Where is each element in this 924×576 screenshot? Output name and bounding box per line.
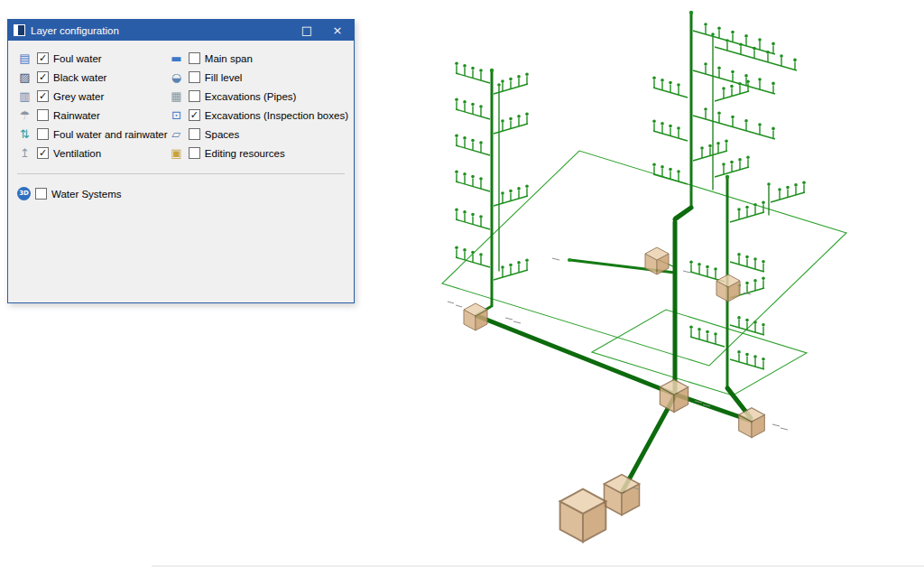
- layer-configuration-window: Layer configuration □ × ▤ Foul water ▨ B…: [7, 19, 355, 303]
- layer-row-fill-level: ◒ Fill level: [169, 68, 348, 87]
- inspection-box: [660, 379, 688, 412]
- editing-resources-icon: ▣: [169, 147, 184, 159]
- inspection-box: [605, 475, 640, 516]
- inspection-box: [716, 274, 740, 302]
- excavations-pipes-label: Excavations (Pipes): [205, 91, 297, 102]
- water-systems-section: 3D Water Systems: [17, 184, 345, 203]
- foul-water-and-rainwater-icon: ⇅: [17, 128, 32, 140]
- excavations-inspection-boxes-icon: ⊡: [169, 109, 184, 121]
- layer-row-editing-resources: ▣ Editing resources: [169, 144, 348, 163]
- left-riser-pipes: [455, 62, 529, 316]
- spaces-label: Spaces: [205, 129, 239, 140]
- grey-water-label: Grey water: [53, 91, 104, 102]
- grey-water-icon: ▥: [17, 90, 32, 102]
- layer-column-right: ▬ Main span ◒ Fill level ▦ Excavations (…: [169, 49, 348, 163]
- layer-row-excavations-inspection-boxes: ⊡ Excavations (Inspection boxes): [169, 106, 348, 125]
- black-water-label: Black water: [53, 72, 106, 83]
- layer-row-black-water: ▨ Black water: [17, 68, 169, 87]
- section-separator: [17, 173, 345, 174]
- maximize-button[interactable]: □: [294, 20, 319, 41]
- main-span-label: Main span: [205, 53, 253, 64]
- layer-column-left: ▤ Foul water ▨ Black water ▥ Grey water …: [17, 49, 169, 163]
- app-icon: [14, 24, 25, 36]
- foul-water-and-rainwater-checkbox[interactable]: [37, 128, 49, 140]
- excavations-pipes-icon: ▦: [169, 90, 184, 102]
- spaces-checkbox[interactable]: [189, 128, 200, 140]
- foul-water-and-rainwater-label: Foul water and rainwater: [53, 129, 168, 140]
- grey-water-checkbox[interactable]: [37, 90, 49, 102]
- editing-resources-checkbox[interactable]: [189, 147, 200, 159]
- layer-row-spaces: ▱ Spaces: [169, 125, 348, 144]
- excavations-pipes-checkbox[interactable]: [189, 90, 200, 102]
- right-riser-pipes: [689, 175, 806, 417]
- foul-water-label: Foul water: [53, 53, 102, 64]
- rainwater-icon: ☂: [17, 109, 32, 121]
- water-systems-icon: 3D: [17, 187, 31, 200]
- ventilation-checkbox[interactable]: [37, 147, 49, 159]
- layer-row-main-span: ▬ Main span: [169, 49, 348, 68]
- black-water-checkbox[interactable]: [37, 71, 49, 83]
- editing-resources-label: Editing resources: [205, 148, 285, 159]
- excavations-inspection-boxes-checkbox[interactable]: [189, 109, 200, 121]
- ventilation-icon: ↥: [17, 147, 32, 159]
- water-systems-label: Water Systems: [51, 189, 122, 200]
- main-span-checkbox[interactable]: [189, 52, 200, 64]
- layer-row-rainwater: ☂ Rainwater: [17, 106, 169, 125]
- layer-row-grey-water: ▥ Grey water: [17, 87, 169, 106]
- layer-checkbox-columns: ▤ Foul water ▨ Black water ▥ Grey water …: [17, 49, 348, 163]
- foul-water-icon: ▤: [17, 52, 32, 64]
- rainwater-checkbox[interactable]: [37, 109, 49, 121]
- excavations-inspection-boxes-label: Excavations (Inspection boxes): [205, 110, 348, 121]
- layer-row-foul-water: ▤ Foul water: [17, 49, 169, 68]
- inspection-box: [464, 303, 487, 330]
- inspection-box: [739, 408, 765, 438]
- black-water-icon: ▨: [17, 71, 32, 83]
- inspection-box: [645, 247, 669, 274]
- spaces-icon: ▱: [169, 128, 184, 140]
- rainwater-label: Rainwater: [53, 110, 100, 121]
- layer-row-ventilation: ↥ Ventilation: [17, 144, 169, 163]
- close-button[interactable]: ×: [325, 20, 350, 41]
- ventilation-label: Ventilation: [53, 148, 101, 159]
- foul-water-checkbox[interactable]: [37, 52, 49, 64]
- layer-row-foul-water-and-rainwater: ⇅ Foul water and rainwater: [17, 125, 169, 144]
- main-span-icon: ▬: [169, 52, 184, 64]
- main-drain-pipes: [477, 208, 751, 491]
- fill-level-checkbox[interactable]: [189, 71, 200, 83]
- fill-level-icon: ◒: [169, 71, 184, 83]
- fill-level-label: Fill level: [205, 72, 243, 83]
- inspection-boxes: [464, 247, 764, 542]
- layer-row-excavations-pipes: ▦ Excavations (Pipes): [169, 87, 348, 106]
- inspection-box: [560, 489, 606, 543]
- layer-row-water-systems: 3D Water Systems: [17, 184, 345, 203]
- water-systems-checkbox[interactable]: [35, 188, 47, 200]
- dialog-titlebar[interactable]: Layer configuration □ ×: [8, 20, 354, 41]
- dialog-title: Layer configuration: [31, 25, 289, 36]
